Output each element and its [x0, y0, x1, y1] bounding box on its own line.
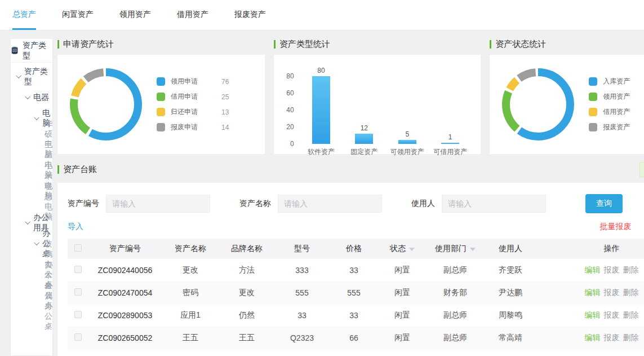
y-tick-label: 60	[281, 89, 294, 97]
cell-price: 66	[329, 333, 379, 342]
cell-price: 33	[329, 311, 379, 320]
scrap-link[interactable]: 报废	[604, 265, 620, 274]
x-tick-label: 固定资产	[343, 147, 385, 157]
cell-user: 齐雯跃	[485, 265, 536, 275]
search-button[interactable]: 查询	[585, 194, 623, 213]
cell-name: 应用1	[162, 310, 219, 320]
bar	[398, 140, 416, 144]
actions-cell: 编辑报废删除	[536, 310, 644, 320]
header-cell-3: 品牌名称	[219, 244, 275, 254]
actions-cell: 编辑报废删除	[536, 288, 644, 298]
header-label: 操作	[604, 244, 620, 253]
chevron-down-icon	[16, 73, 21, 78]
collapse-trend-button[interactable]: 收起趋势图	[639, 162, 644, 177]
search-input-0[interactable]	[106, 195, 210, 213]
chart-title-text: 申请资产统计	[63, 39, 114, 50]
header-label: 使用人	[499, 244, 522, 253]
search-input-1[interactable]	[278, 195, 382, 213]
header-cell-1: 资产编号	[88, 244, 162, 254]
chart-title-text: 资产状态统计	[495, 39, 546, 50]
cell-code: ZC0902470054	[88, 288, 162, 297]
table-body: ZC0902440056更改方法33333闲置副总师齐雯跃编辑报废删除ZC090…	[68, 259, 644, 356]
tab-1[interactable]: 闲置资产	[62, 0, 94, 30]
edit-link[interactable]: 编辑	[585, 333, 601, 342]
cell-brand: 方法	[219, 265, 275, 275]
tab-2[interactable]: 领用资产	[119, 0, 151, 30]
legend-label: 领用资产	[603, 92, 639, 102]
search-field-label: 使用人	[411, 199, 435, 209]
table-row: ZC0902380048GG淘淘W43455闲置财务部尹达鹏编辑报废删除	[68, 349, 644, 356]
filter-icon[interactable]	[470, 248, 476, 251]
legend-value: 13	[221, 108, 229, 116]
filter-icon[interactable]	[409, 248, 415, 251]
tab-0[interactable]: 总资产	[12, 0, 36, 30]
bar-plot-area: 801251	[300, 65, 472, 144]
row-checkbox[interactable]	[74, 311, 82, 318]
checkbox-cell	[68, 333, 88, 342]
y-tick-label: 80	[281, 72, 294, 80]
scrap-link[interactable]: 报废	[604, 333, 620, 342]
cell-status: 闲置	[379, 265, 426, 275]
import-link[interactable]: 导入	[68, 222, 83, 232]
legend-item: 报废申请14	[157, 120, 229, 135]
header-cell-4: 型号	[275, 244, 329, 254]
tree-item[interactable]: 电器	[11, 87, 52, 108]
scrap-link[interactable]: 报废	[604, 288, 620, 297]
table-row: ZC0902470054密码更改555555闲置财务部尹达鹏编辑报废删除	[68, 282, 644, 304]
tree-item[interactable]: 联想电脑	[11, 191, 52, 212]
scrap-link[interactable]: 报废	[604, 310, 620, 319]
charts-row: 申请资产统计领用申请76借用申请25归还申请13报废申请14资产类型统计0204…	[57, 39, 644, 154]
batch-scrap-link[interactable]: 批量报废	[600, 222, 632, 231]
bar	[355, 134, 373, 144]
asset-table: 资产编号资产名称品牌名称型号价格状态使用部门使用人操作 ZC0902440056…	[68, 239, 644, 356]
cell-code: ZC0902650052	[88, 333, 162, 342]
delete-link[interactable]: 删除	[623, 310, 639, 319]
legend-label: 归还申请	[171, 107, 207, 117]
cell-user: 尹达鹏	[485, 288, 536, 298]
cell-model: 555	[275, 288, 329, 297]
cell-code: ZC0902440056	[88, 266, 162, 275]
cell-model: Q2323	[275, 333, 329, 342]
green-bar	[57, 40, 59, 49]
green-bar	[274, 40, 276, 49]
delete-link[interactable]: 删除	[623, 288, 639, 297]
tab-3[interactable]: 借用资产	[177, 0, 208, 30]
x-tick-label: 可借用资产	[429, 147, 472, 157]
row-checkbox[interactable]	[74, 288, 82, 296]
y-tick-label: 40	[281, 106, 294, 114]
tree-item[interactable]: 金属办公桌	[11, 296, 52, 317]
select-all-checkbox[interactable]	[74, 244, 82, 252]
search-input-2[interactable]	[442, 195, 546, 213]
edit-link[interactable]: 编辑	[585, 265, 601, 274]
checkbox-cell	[68, 311, 88, 320]
chart-card: 入库资产60领用资产21借用资产7报废资产10	[490, 55, 644, 154]
search-fields: 资产编号资产名称使用人	[68, 195, 575, 213]
search-field-1: 资产名称	[239, 195, 382, 213]
legend-color-chip	[157, 108, 165, 116]
delete-link[interactable]: 删除	[623, 333, 639, 342]
legend-color-chip	[589, 123, 597, 131]
ledger-section-title: 资产台账	[57, 164, 97, 175]
legend-item: 借用申请25	[157, 89, 229, 104]
chevron-down-icon	[34, 115, 39, 120]
tab-4[interactable]: 报废资产	[234, 0, 266, 30]
legend-color-chip	[157, 93, 165, 101]
cell-department: 副总师	[426, 310, 485, 320]
legend-item: 领用申请76	[157, 74, 229, 89]
edit-link[interactable]: 编辑	[585, 310, 601, 319]
tree-item-label: 金属办公桌	[45, 281, 52, 332]
main-area: 申请资产统计领用申请76借用申请25归还申请13报废申请14资产类型统计0204…	[57, 39, 644, 356]
header-label: 品牌名称	[231, 244, 263, 253]
legend-value: 14	[221, 124, 229, 131]
bar	[312, 76, 330, 144]
tree-item[interactable]: 资产类型	[11, 66, 52, 87]
row-checkbox[interactable]	[74, 333, 82, 341]
search-row: 资产编号资产名称使用人 查询 重置	[68, 194, 644, 213]
delete-link[interactable]: 删除	[623, 265, 639, 274]
legend-label: 报废申请	[171, 122, 207, 132]
header-label: 资产编号	[109, 244, 141, 253]
edit-link[interactable]: 编辑	[585, 288, 601, 297]
chart-title: 资产类型统计	[274, 39, 481, 50]
row-checkbox[interactable]	[74, 266, 82, 273]
ledger-title: 资产台账	[63, 164, 97, 175]
